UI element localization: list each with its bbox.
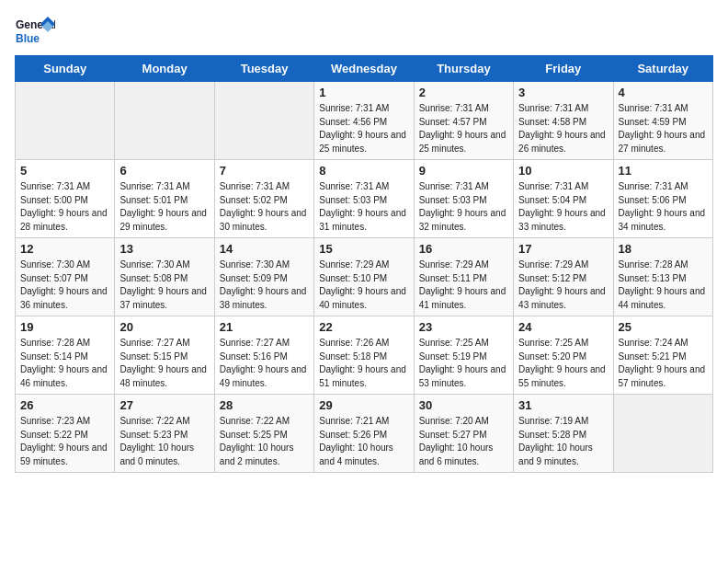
calendar-cell (214, 82, 313, 160)
day-number: 31 (518, 398, 608, 412)
calendar-week-5: 26Sunrise: 7:23 AM Sunset: 5:22 PM Dayli… (16, 395, 713, 473)
cell-content: Sunrise: 7:26 AM Sunset: 5:18 PM Dayligh… (319, 337, 408, 390)
calendar-cell: 14Sunrise: 7:30 AM Sunset: 5:09 PM Dayli… (214, 238, 313, 316)
cell-content: Sunrise: 7:24 AM Sunset: 5:21 PM Dayligh… (619, 337, 708, 390)
calendar-week-3: 12Sunrise: 7:30 AM Sunset: 5:07 PM Dayli… (16, 238, 713, 316)
day-number: 4 (619, 86, 708, 99)
day-number: 16 (419, 242, 508, 256)
day-number: 8 (319, 164, 408, 178)
calendar-week-1: 1Sunrise: 7:31 AM Sunset: 4:56 PM Daylig… (16, 82, 713, 160)
cell-content: Sunrise: 7:23 AM Sunset: 5:22 PM Dayligh… (20, 415, 109, 468)
cell-content: Sunrise: 7:31 AM Sunset: 4:56 PM Dayligh… (319, 102, 408, 155)
calendar-body: 1Sunrise: 7:31 AM Sunset: 4:56 PM Daylig… (16, 82, 713, 473)
day-number: 24 (518, 320, 608, 334)
calendar-cell: 25Sunrise: 7:24 AM Sunset: 5:21 PM Dayli… (613, 316, 712, 395)
calendar-cell: 11Sunrise: 7:31 AM Sunset: 5:06 PM Dayli… (613, 160, 712, 238)
day-number: 20 (119, 320, 209, 334)
day-number: 3 (518, 86, 608, 99)
cell-content: Sunrise: 7:31 AM Sunset: 5:04 PM Dayligh… (518, 180, 608, 234)
calendar-week-4: 19Sunrise: 7:28 AM Sunset: 5:14 PM Dayli… (16, 316, 713, 395)
cell-content: Sunrise: 7:21 AM Sunset: 5:26 PM Dayligh… (319, 415, 408, 468)
day-number: 28 (220, 398, 309, 412)
cell-content: Sunrise: 7:28 AM Sunset: 5:14 PM Dayligh… (20, 337, 109, 390)
calendar-cell: 7Sunrise: 7:31 AM Sunset: 5:02 PM Daylig… (214, 160, 313, 238)
calendar-cell: 3Sunrise: 7:31 AM Sunset: 4:58 PM Daylig… (514, 82, 613, 160)
calendar-header: SundayMondayTuesdayWednesdayThursdayFrid… (16, 56, 713, 82)
calendar-table: SundayMondayTuesdayWednesdayThursdayFrid… (15, 55, 713, 473)
day-number: 1 (319, 86, 408, 99)
cell-content: Sunrise: 7:31 AM Sunset: 5:01 PM Dayligh… (119, 180, 209, 234)
cell-content: Sunrise: 7:31 AM Sunset: 4:59 PM Dayligh… (619, 102, 708, 155)
cell-content: Sunrise: 7:31 AM Sunset: 4:58 PM Dayligh… (518, 102, 608, 155)
calendar-cell: 29Sunrise: 7:21 AM Sunset: 5:26 PM Dayli… (314, 395, 414, 473)
cell-content: Sunrise: 7:31 AM Sunset: 4:57 PM Dayligh… (419, 102, 508, 155)
cell-content: Sunrise: 7:27 AM Sunset: 5:16 PM Dayligh… (220, 337, 309, 390)
weekday-header-saturday: Saturday (613, 56, 712, 82)
weekday-header-sunday: Sunday (16, 56, 115, 82)
day-number: 11 (619, 164, 708, 178)
weekday-row: SundayMondayTuesdayWednesdayThursdayFrid… (16, 56, 713, 82)
calendar-cell (115, 82, 214, 160)
day-number: 26 (20, 398, 109, 412)
cell-content: Sunrise: 7:31 AM Sunset: 5:02 PM Dayligh… (220, 180, 309, 234)
day-number: 25 (619, 320, 708, 334)
logo: General Blue (15, 15, 55, 48)
calendar-cell: 12Sunrise: 7:30 AM Sunset: 5:07 PM Dayli… (16, 238, 115, 316)
calendar-cell: 19Sunrise: 7:28 AM Sunset: 5:14 PM Dayli… (16, 316, 115, 395)
calendar-cell: 8Sunrise: 7:31 AM Sunset: 5:03 PM Daylig… (314, 160, 414, 238)
calendar-week-2: 5Sunrise: 7:31 AM Sunset: 5:00 PM Daylig… (16, 160, 713, 238)
cell-content: Sunrise: 7:22 AM Sunset: 5:23 PM Dayligh… (119, 415, 209, 468)
cell-content: Sunrise: 7:22 AM Sunset: 5:25 PM Dayligh… (220, 415, 309, 468)
day-number: 29 (319, 398, 408, 412)
day-number: 22 (319, 320, 408, 334)
day-number: 23 (419, 320, 508, 334)
cell-content: Sunrise: 7:25 AM Sunset: 5:20 PM Dayligh… (518, 337, 608, 390)
cell-content: Sunrise: 7:28 AM Sunset: 5:13 PM Dayligh… (619, 259, 708, 312)
day-number: 15 (319, 242, 408, 256)
weekday-header-tuesday: Tuesday (214, 56, 313, 82)
cell-content: Sunrise: 7:31 AM Sunset: 5:06 PM Dayligh… (619, 180, 708, 234)
calendar-cell: 13Sunrise: 7:30 AM Sunset: 5:08 PM Dayli… (115, 238, 214, 316)
day-number: 2 (419, 86, 508, 99)
calendar-cell: 15Sunrise: 7:29 AM Sunset: 5:10 PM Dayli… (314, 238, 414, 316)
calendar-cell: 24Sunrise: 7:25 AM Sunset: 5:20 PM Dayli… (514, 316, 613, 395)
cell-content: Sunrise: 7:30 AM Sunset: 5:08 PM Dayligh… (119, 259, 209, 312)
cell-content: Sunrise: 7:27 AM Sunset: 5:15 PM Dayligh… (119, 337, 209, 390)
weekday-header-friday: Friday (514, 56, 613, 82)
calendar-cell: 27Sunrise: 7:22 AM Sunset: 5:23 PM Dayli… (115, 395, 214, 473)
cell-content: Sunrise: 7:31 AM Sunset: 5:03 PM Dayligh… (319, 180, 408, 234)
day-number: 12 (20, 242, 109, 256)
calendar-cell: 22Sunrise: 7:26 AM Sunset: 5:18 PM Dayli… (314, 316, 414, 395)
day-number: 14 (220, 242, 309, 256)
calendar-cell: 6Sunrise: 7:31 AM Sunset: 5:01 PM Daylig… (115, 160, 214, 238)
day-number: 10 (518, 164, 608, 178)
calendar-cell (16, 82, 115, 160)
calendar-cell: 28Sunrise: 7:22 AM Sunset: 5:25 PM Dayli… (214, 395, 313, 473)
calendar-cell: 5Sunrise: 7:31 AM Sunset: 5:00 PM Daylig… (16, 160, 115, 238)
page-header: General Blue (15, 15, 713, 48)
cell-content: Sunrise: 7:19 AM Sunset: 5:28 PM Dayligh… (518, 415, 608, 468)
calendar-cell: 18Sunrise: 7:28 AM Sunset: 5:13 PM Dayli… (613, 238, 712, 316)
calendar-cell: 2Sunrise: 7:31 AM Sunset: 4:57 PM Daylig… (414, 82, 513, 160)
day-number: 21 (220, 320, 309, 334)
calendar-cell: 17Sunrise: 7:29 AM Sunset: 5:12 PM Dayli… (514, 238, 613, 316)
day-number: 5 (20, 164, 109, 178)
calendar-cell: 9Sunrise: 7:31 AM Sunset: 5:03 PM Daylig… (414, 160, 513, 238)
calendar-cell: 31Sunrise: 7:19 AM Sunset: 5:28 PM Dayli… (514, 395, 613, 473)
calendar-cell: 23Sunrise: 7:25 AM Sunset: 5:19 PM Dayli… (414, 316, 513, 395)
calendar-cell: 30Sunrise: 7:20 AM Sunset: 5:27 PM Dayli… (414, 395, 513, 473)
calendar-cell: 16Sunrise: 7:29 AM Sunset: 5:11 PM Dayli… (414, 238, 513, 316)
logo-icon: General Blue (15, 15, 55, 48)
cell-content: Sunrise: 7:30 AM Sunset: 5:07 PM Dayligh… (20, 259, 109, 312)
cell-content: Sunrise: 7:29 AM Sunset: 5:10 PM Dayligh… (319, 259, 408, 312)
day-number: 19 (20, 320, 109, 334)
day-number: 18 (619, 242, 708, 256)
logo-container: General Blue (15, 15, 55, 48)
cell-content: Sunrise: 7:30 AM Sunset: 5:09 PM Dayligh… (220, 259, 309, 312)
calendar-cell: 21Sunrise: 7:27 AM Sunset: 5:16 PM Dayli… (214, 316, 313, 395)
day-number: 6 (119, 164, 209, 178)
day-number: 13 (119, 242, 209, 256)
weekday-header-thursday: Thursday (414, 56, 513, 82)
calendar-cell: 26Sunrise: 7:23 AM Sunset: 5:22 PM Dayli… (16, 395, 115, 473)
calendar-cell: 20Sunrise: 7:27 AM Sunset: 5:15 PM Dayli… (115, 316, 214, 395)
